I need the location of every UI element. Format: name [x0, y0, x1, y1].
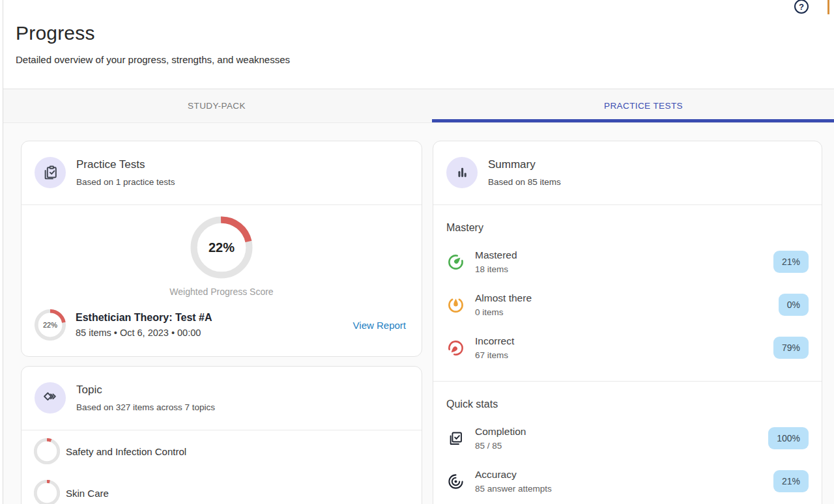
quick-stats-heading: Quick stats — [433, 382, 822, 417]
page-left-border — [3, 0, 3, 504]
topic-progress-donut — [34, 438, 60, 464]
topic-row: Safety and Infection Control — [22, 430, 422, 472]
stat-items: 67 items — [475, 350, 514, 360]
stat-items: 85 / 85 — [475, 441, 526, 451]
percent-badge: 0% — [779, 294, 809, 316]
quick-stats-row-accuracy: Accuracy 85 answer attempts 21% — [433, 460, 822, 503]
weighted-score-value: 22% — [190, 216, 253, 279]
content-area: Practice Tests Based on 1 practice tests… — [3, 123, 834, 504]
summary-card: Summary Based on 85 items Mastery — [433, 141, 822, 504]
mastery-row-almost-there: Almost there 0 items 0% — [433, 283, 822, 326]
quick-stats-row-text: Completion 85 / 85 — [475, 426, 526, 451]
mastery-row-incorrect: Incorrect 67 items 79% — [433, 326, 822, 369]
tab-study-pack[interactable]: STUDY-PACK — [3, 89, 430, 122]
stat-items: 85 answer attempts — [475, 484, 552, 494]
percent-badge: 79% — [773, 337, 809, 359]
weighted-score-caption: Weighted Progress Score — [22, 287, 422, 308]
percent-badge: 100% — [768, 427, 809, 449]
active-tab-indicator — [432, 119, 834, 122]
mastery-row-text: Mastered 18 items — [475, 249, 517, 274]
practice-tests-card-header: Practice Tests Based on 1 practice tests — [22, 141, 422, 204]
card-title: Practice Tests — [76, 158, 175, 171]
mastery-row-text: Incorrect 67 items — [475, 335, 514, 360]
cropped-avatar-edge — [827, 0, 829, 14]
tags-icon — [35, 382, 66, 413]
topic-card-titles: Topic Based on 327 items across 7 topics — [76, 384, 215, 412]
clipboard-check-icon — [35, 157, 66, 188]
left-column: Practice Tests Based on 1 practice tests… — [21, 141, 422, 504]
view-report-link[interactable]: View Report — [353, 320, 406, 331]
mastery-row-mastered: Mastered 18 items 21% — [433, 240, 822, 283]
topic-name: Skin Care — [66, 488, 109, 499]
topic-card: Topic Based on 327 items across 7 topics… — [21, 366, 422, 504]
gauge-high-icon — [446, 253, 465, 271]
page-title: Progress — [16, 22, 834, 44]
bar-chart-icon — [446, 157, 478, 188]
stat-label: Accuracy — [475, 469, 552, 481]
stat-label: Almost there — [475, 292, 532, 304]
test-meta: 85 items • Oct 6, 2023 • 00:00 — [76, 328, 212, 338]
topic-name: Safety and Infection Control — [66, 446, 186, 457]
gauge-mid-icon — [446, 296, 465, 314]
practice-test-row: 22% Esthetician Theory: Test #A 85 items… — [22, 308, 422, 356]
gauge-low-icon — [446, 339, 465, 357]
card-subtitle: Based on 1 practice tests — [76, 177, 175, 187]
summary-card-titles: Summary Based on 85 items — [488, 158, 561, 187]
progress-page: Progress Detailed overview of your progr… — [3, 0, 834, 504]
practice-tests-card: Practice Tests Based on 1 practice tests… — [21, 141, 422, 357]
practice-tests-card-titles: Practice Tests Based on 1 practice tests — [76, 158, 175, 187]
card-title: Topic — [76, 384, 215, 397]
topic-progress-donut — [34, 480, 60, 504]
mastery-row-text: Almost there 0 items — [475, 292, 532, 317]
svg-text:?: ? — [799, 2, 804, 12]
summary-card-header: Summary Based on 85 items — [433, 141, 822, 204]
percent-badge: 21% — [773, 251, 809, 273]
accuracy-target-icon — [446, 473, 465, 490]
quick-stats-row-text: Accuracy 85 answer attempts — [475, 469, 552, 494]
card-title: Summary — [488, 158, 561, 171]
tab-practice-tests[interactable]: PRACTICE TESTS — [430, 89, 834, 122]
quick-stats-row-completion: Completion 85 / 85 100% — [433, 417, 822, 460]
completion-checklist-icon — [446, 430, 465, 447]
stat-label: Mastered — [475, 249, 517, 261]
test-info: Esthetician Theory: Test #A 85 items • O… — [76, 312, 212, 338]
stat-label: Incorrect — [475, 335, 514, 347]
stat-items: 18 items — [475, 264, 517, 274]
card-subtitle: Based on 327 items across 7 topics — [76, 402, 215, 412]
tab-bar: STUDY-PACK PRACTICE TESTS — [3, 89, 834, 123]
test-name: Esthetician Theory: Test #A — [76, 312, 212, 324]
weighted-score-donut: 22% — [190, 216, 253, 279]
topic-row: Skin Care — [22, 472, 422, 504]
topic-card-header: Topic Based on 327 items across 7 topics — [22, 367, 422, 430]
test-score-value: 22% — [35, 309, 66, 341]
right-column: Summary Based on 85 items Mastery — [433, 141, 822, 504]
stat-items: 0 items — [475, 307, 532, 317]
test-score-donut: 22% — [35, 309, 66, 341]
percent-badge: 21% — [773, 470, 809, 492]
stat-label: Completion — [475, 426, 526, 438]
page-subtitle: Detailed overview of your progress, stre… — [16, 54, 834, 65]
page-header: Progress Detailed overview of your progr… — [3, 0, 834, 89]
help-icon[interactable]: ? — [794, 0, 809, 14]
mastery-heading: Mastery — [433, 205, 822, 240]
card-subtitle: Based on 85 items — [488, 177, 561, 187]
weighted-score-section: 22% Weighted Progress Score — [22, 205, 422, 308]
